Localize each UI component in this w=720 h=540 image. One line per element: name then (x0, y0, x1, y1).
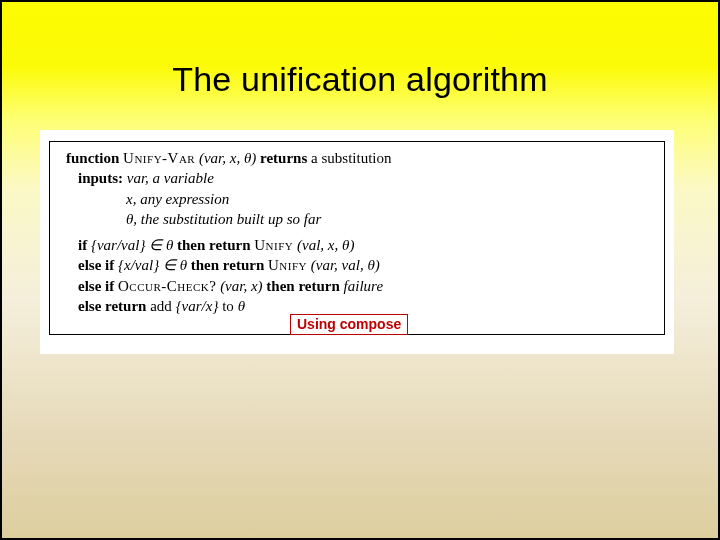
slide-title: The unification algorithm (2, 60, 718, 99)
cond-1: {var/val} ∈ θ (91, 237, 173, 253)
args-unify-1: (val, x, θ) (297, 237, 354, 253)
algo-line-8: else return add {var/x} to θ (66, 296, 652, 316)
algo-line-4: θ, the substitution built up so far (66, 209, 652, 229)
algo-line-3: x, any expression (66, 189, 652, 209)
kw-function: function (66, 150, 119, 166)
algo-line-5: if {var/val} ∈ θ then return Unify (val,… (66, 235, 652, 255)
algo-line-7: else if Occur-Check? (var, x) then retur… (66, 276, 652, 296)
args-unify-var: (var, x, θ) (199, 150, 256, 166)
kw-thenreturn-1: then return (177, 237, 250, 253)
txt-to: to (222, 298, 234, 314)
kw-if-1: if (66, 237, 87, 253)
txt-returns: a substitution (311, 150, 391, 166)
kw-thenreturn-3: then return (266, 278, 339, 294)
txt-input-var: var, a variable (127, 170, 214, 186)
algo-line-6: else if {x/val} ∈ θ then return Unify (v… (66, 255, 652, 275)
kw-elsereturn: else return (66, 298, 146, 314)
txt-varx: {var/x} (176, 298, 219, 314)
txt-theta: θ (238, 298, 245, 314)
kw-elseif-2: else if (66, 278, 114, 294)
fn-occur-check: Occur-Check? (118, 278, 216, 294)
kw-thenreturn-2: then return (191, 257, 264, 273)
txt-input-theta: θ, the substitution built up so far (126, 211, 321, 227)
algo-line-1: function Unify-Var (var, x, θ) returns a… (66, 148, 652, 168)
slide: The unification algorithm function Unify… (0, 0, 720, 540)
algorithm-box: function Unify-Var (var, x, θ) returns a… (49, 141, 665, 335)
txt-failure: failure (344, 278, 383, 294)
fn-unify-2: Unify (268, 257, 307, 273)
algo-line-2: inputs: var, a variable (66, 168, 652, 188)
args-occur-check: (var, x) (220, 278, 262, 294)
kw-inputs: inputs: (66, 170, 123, 186)
kw-elseif-1: else if (66, 257, 114, 273)
fn-unify-var: Unify-Var (123, 150, 195, 166)
kw-returns: returns (260, 150, 307, 166)
cond-2: {x/val} ∈ θ (118, 257, 187, 273)
annotation-using-compose: Using compose (290, 314, 408, 335)
fn-unify-1: Unify (254, 237, 293, 253)
args-unify-2: (var, val, θ) (311, 257, 380, 273)
txt-input-x: x, any expression (126, 191, 229, 207)
txt-add: add (150, 298, 172, 314)
